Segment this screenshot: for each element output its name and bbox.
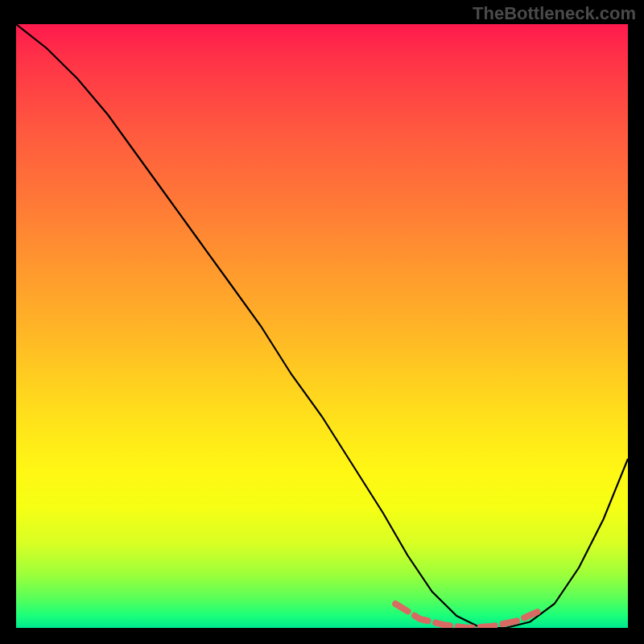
plot-area: [16, 24, 628, 628]
chart-canvas: TheBottleneck.com: [0, 0, 644, 644]
watermark-text: TheBottleneck.com: [473, 3, 636, 24]
curve-layer: [16, 24, 628, 628]
bottleneck-curve: [16, 24, 628, 628]
